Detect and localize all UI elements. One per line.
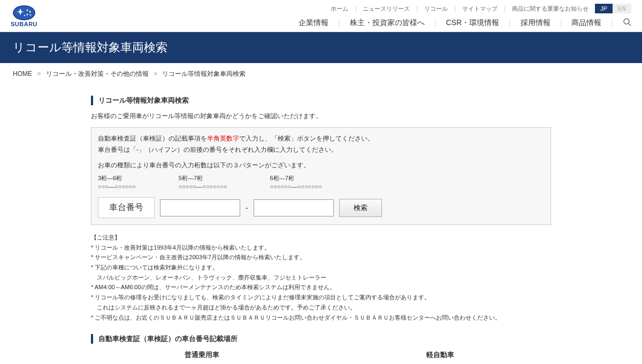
lang-jp-button[interactable]: JP [595,4,613,13]
intro-text: お客様のご愛用車がリコール等情報の対象車両かどうかをご確認いただけます。 [91,112,551,121]
header-right: ホーム| ニュースリリース| リコール| サイトマップ| 商品に関する重要なお知… [299,4,631,28]
top-links: ホーム| ニュースリリース| リコール| サイトマップ| 商品に関する重要なお知… [331,4,631,13]
svg-point-6 [24,14,25,16]
page-title: リコール等情報対象車両検索 [0,32,642,63]
breadcrumb: HOME > リコール・改善対策・その他の情報 > リコール等情報対象車両検索 [0,63,642,85]
certificate-section: 自動車検査証（車検証）の車台番号記載場所 普通乗用車 自 動 車 検 査 証 品… [91,334,551,364]
top-link-home[interactable]: ホーム [331,5,348,13]
certificate-col-kei: 軽自動車 番号 ○○○○ 自 動 車 検 査 証 品川 50 よ ○○○○平成 … [329,350,551,364]
notes-title: 【ご注意】 [91,233,551,243]
note-line: * AM4:00～AM6:00の間は、サーバーメンテナンスのため本検索システムは… [91,282,551,292]
search-box: 自動車検査証（車検証）の記載事項を半角英数字で入力し、「検索」ボタンを押してくだ… [91,127,551,225]
nav-careers[interactable]: 採用情報 [521,18,551,28]
note-line: * リコール・改善対策は1993年4月以降の情報から検索いたします。 [91,243,551,253]
note-line: * 下記の車種については検索対象外になります。 [91,262,551,273]
svg-point-3 [27,9,28,11]
nav-csr[interactable]: CSR・環境情報 [446,18,500,28]
note-line: * ご不明な点は、お近くのＳＵＢＡＲＵ販売店またはＳＵＢＡＲＵリコールお問い合わ… [91,313,551,323]
note-line: * サービスキャンペーン・自主改善は2003年7月以降の情報から検索いたします。 [91,252,551,262]
pattern-row: 3桁―6桁 ○○○―○○○○○○ 5桁―7桁 ○○○○○―○○○○○○○ 6桁―… [98,174,544,190]
top-link-recall[interactable]: リコール [424,5,448,13]
pattern-col-2: 5桁―7桁 ○○○○○―○○○○○○○ [179,174,227,190]
pattern-intro: お車の種類により車台番号の入力桁数は以下の３パターンがございます。 [98,161,544,170]
certificate-col-regular: 普通乗用車 自 動 車 検 査 証 品川 50 よ ○○○○平成 ○○年 ○月 … [91,350,313,364]
brand-logo[interactable]: SUBARU [11,5,37,27]
hyphen-separator: - [246,204,248,212]
search-icon[interactable] [623,18,631,28]
brand-name: SUBARU [11,21,37,27]
note-line: * リコール等の修理をお受けになりましても、検索のタイミングによりまだ修理未実施… [91,292,551,303]
instruction-2: 車台番号は「-」（ハイフン）の前後の番号をそれぞれ入力欄に入力してください。 [98,145,544,154]
svg-point-5 [27,13,28,15]
main-nav: 企業情報| 株主・投資家の皆様へ| CSR・環境情報| 採用情報| 商品情報| [299,18,631,28]
subaru-star-icon [12,5,36,21]
nav-products[interactable]: 商品情報 [571,18,601,28]
search-form: 車台番号 - 検索 [98,197,544,218]
breadcrumb-current: リコール等情報対象車両検索 [162,70,246,78]
note-line: スバルビッグホーン、レオーネバン、トラヴィック、塵芥収集車、フジセミトレーラー [91,273,551,283]
instruction-1: 自動車検査証（車検証）の記載事項を半角英数字で入力し、「検索」ボタンを押してくだ… [98,134,544,143]
pattern-col-3: 6桁―7桁 ○○○○○○―○○○○○○○ [270,174,322,190]
chassis-number-label: 車台番号 [98,197,155,218]
section-heading-search: リコール等情報対象車両検索 [91,96,551,105]
chassis-number-input-1[interactable] [160,199,240,216]
lang-switch: JP EN [595,4,631,13]
svg-point-4 [29,11,31,12]
svg-point-1 [14,6,34,19]
main-content: リコール等情報対象車両検索 お客様のご愛用車がリコール等情報の対象車両かどうかを… [80,96,562,364]
lang-en-button[interactable]: EN [613,4,631,13]
chassis-number-input-2[interactable] [254,199,334,216]
cert-title-regular: 普通乗用車 [91,350,313,360]
top-link-important[interactable]: 商品に関する重要なお知らせ [512,5,588,13]
nav-company[interactable]: 企業情報 [299,18,328,28]
svg-point-8 [624,19,629,24]
notes-section: 【ご注意】 * リコール・改善対策は1993年4月以降の情報から検索いたします。… [91,233,551,322]
pattern-col-1: 3桁―6桁 ○○○―○○○○○○ [98,174,136,190]
nav-investors[interactable]: 株主・投資家の皆様へ [350,18,425,28]
site-header: SUBARU ホーム| ニュースリリース| リコール| サイトマップ| 商品に関… [0,0,642,32]
certificate-row: 普通乗用車 自 動 車 検 査 証 品川 50 よ ○○○○平成 ○○年 ○月 … [91,350,551,364]
breadcrumb-recall-info[interactable]: リコール・改善対策・その他の情報 [46,70,149,78]
svg-point-7 [30,14,31,15]
search-button[interactable]: 検索 [339,199,382,217]
cert-title-kei: 軽自動車 [329,350,551,360]
note-line: これはシステムに反映されるまで一ヶ月超ほど掛かる場合があるためです。予めご了承く… [91,303,551,313]
top-link-news[interactable]: ニュースリリース [363,5,410,13]
top-link-sitemap[interactable]: サイトマップ [462,5,498,13]
svg-line-9 [629,24,631,26]
breadcrumb-home[interactable]: HOME [13,70,32,78]
section-heading-certificate: 自動車検査証（車検証）の車台番号記載場所 [91,334,551,344]
